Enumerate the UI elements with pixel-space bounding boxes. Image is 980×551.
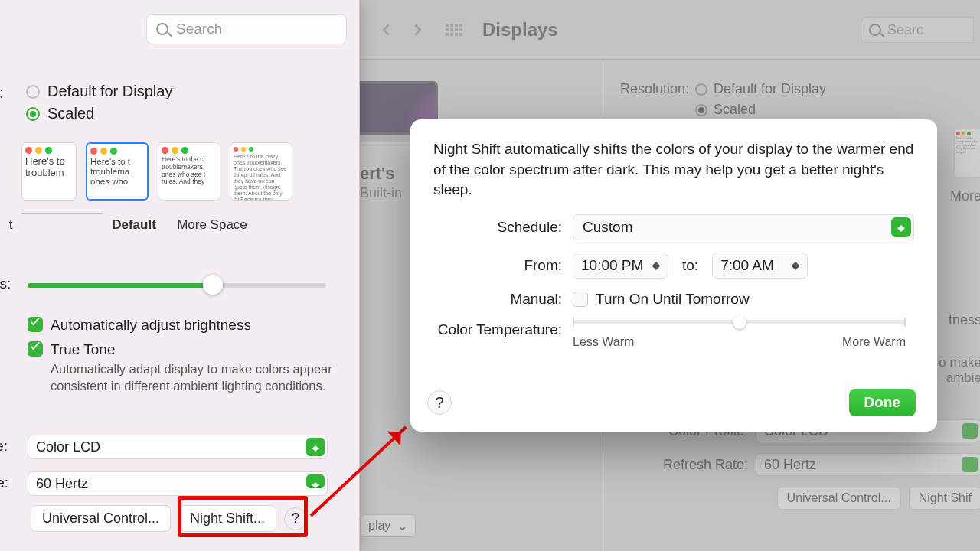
divider-line bbox=[21, 213, 103, 214]
search-input[interactable]: Search bbox=[146, 14, 347, 44]
bg-toolbar: Displays Searc bbox=[360, 0, 980, 60]
cap-default: Default bbox=[98, 217, 170, 233]
night-shift-desc: Night Shift automatically shifts the col… bbox=[433, 139, 914, 201]
true-tone-label: True Tone bbox=[51, 341, 334, 358]
bg-opt-scaled[interactable]: Scaled bbox=[695, 102, 826, 118]
brightness-slider[interactable] bbox=[28, 277, 326, 291]
true-tone-checkbox[interactable]: True Tone Automatically adapt display to… bbox=[28, 341, 334, 395]
resolution-thumbnails: Here's to troublem Here's to t troublema… bbox=[21, 142, 292, 201]
help-button[interactable]: ? bbox=[427, 390, 452, 415]
grid-icon[interactable] bbox=[446, 24, 462, 36]
night-shift-sheet: Night Shift automatically shifts the col… bbox=[410, 119, 937, 432]
bg-universal-control-button[interactable]: Universal Control... bbox=[777, 487, 901, 510]
more-warm-label: More Warm bbox=[842, 335, 906, 349]
rate-label-cut: te: bbox=[0, 474, 8, 491]
stepper-icon bbox=[891, 217, 911, 237]
bg-thumb-strip: Here's to the crazy ones who see rules. … bbox=[954, 129, 980, 178]
forward-icon[interactable] bbox=[409, 21, 426, 38]
bg-opt-default[interactable]: Default for Display bbox=[695, 81, 826, 97]
cap-larger: t bbox=[0, 217, 26, 233]
stepper-icon bbox=[306, 438, 325, 456]
search-placeholder: Search bbox=[176, 21, 222, 37]
bg-resolution-label: Resolution: bbox=[603, 81, 695, 97]
temp-label: Color Temperature: bbox=[433, 320, 573, 338]
opt-default[interactable]: Default for Display bbox=[26, 83, 172, 100]
true-tone-desc: Automatically adapt display to make colo… bbox=[51, 360, 334, 395]
manual-label: Manual: bbox=[433, 291, 573, 308]
done-button[interactable]: Done bbox=[849, 389, 916, 416]
bg-display-dropdown[interactable]: play ⌄ bbox=[360, 514, 416, 537]
from-time-stepper[interactable]: 10:00 PM bbox=[573, 253, 668, 279]
auto-brightness-checkbox[interactable]: Automatically adjust brightness bbox=[28, 317, 334, 334]
universal-control-button[interactable]: Universal Control... bbox=[31, 505, 171, 532]
manual-text: Turn On Until Tomorrow bbox=[596, 291, 750, 308]
color-temperature-slider[interactable] bbox=[573, 320, 906, 324]
bg-refresh-select[interactable]: 60 Hertz bbox=[756, 453, 980, 476]
bg-thumb[interactable]: Here's to the crazy ones who see rules. … bbox=[954, 129, 980, 178]
checkbox-checked-icon bbox=[28, 317, 43, 332]
search-icon bbox=[156, 23, 168, 35]
back-icon[interactable] bbox=[378, 21, 395, 38]
stepper-icon bbox=[649, 256, 663, 275]
stepper-icon bbox=[789, 256, 802, 275]
cap-more: More Space bbox=[170, 217, 254, 233]
schedule-select[interactable]: Custom bbox=[573, 214, 914, 240]
foreground-pane: Search n: Default for Display Scaled Her… bbox=[0, 0, 360, 551]
color-label-cut: le: bbox=[0, 438, 8, 455]
thumb-default[interactable]: Here's to the cr troublemakers. ones who… bbox=[158, 142, 220, 201]
opt-scaled[interactable]: Scaled bbox=[26, 105, 172, 122]
bg-search-input[interactable]: Searc bbox=[861, 17, 974, 43]
checkbox-checked-icon bbox=[28, 341, 43, 357]
resolution-label-cut: n: bbox=[0, 84, 4, 102]
bg-search-placeholder: Searc bbox=[887, 22, 923, 38]
from-label: From: bbox=[433, 257, 573, 274]
less-warm-label: Less Warm bbox=[573, 335, 634, 349]
manual-checkbox[interactable] bbox=[573, 292, 588, 307]
stepper-icon bbox=[306, 474, 325, 488]
refresh-rate-select[interactable]: 60 Hertz bbox=[28, 471, 328, 496]
bg-refresh-label: Refresh Rate: bbox=[633, 457, 756, 473]
thumb-more-space[interactable]: Here's to the crazy ones troublemakers. … bbox=[230, 142, 292, 201]
help-button[interactable]: ? bbox=[284, 507, 307, 530]
search-icon bbox=[869, 24, 881, 36]
schedule-label: Schedule: bbox=[433, 219, 573, 236]
bg-night-shift-button[interactable]: Night Shif bbox=[909, 487, 980, 510]
thumb-selected[interactable]: Here's to t troublema ones who bbox=[86, 142, 149, 201]
color-profile-select[interactable]: Color LCD bbox=[28, 435, 328, 459]
to-time-stepper[interactable]: 7:00 AM bbox=[712, 253, 808, 279]
page-title: Displays bbox=[482, 19, 558, 41]
night-shift-button[interactable]: Night Shift... bbox=[178, 505, 276, 532]
thumb-larger-text[interactable]: Here's to troublem bbox=[21, 142, 77, 201]
to-label: to: bbox=[682, 257, 698, 274]
bg-more-label: More bbox=[950, 188, 980, 204]
brightness-label-cut: ss: bbox=[0, 276, 11, 292]
